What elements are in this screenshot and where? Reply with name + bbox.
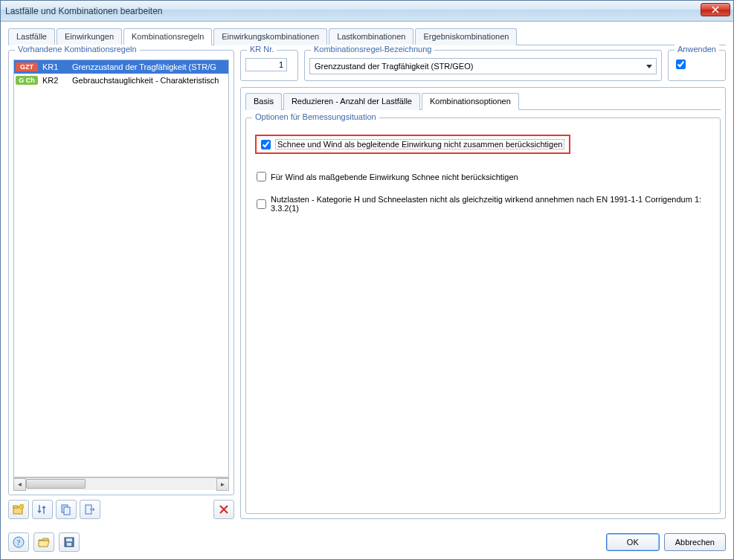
- subtabs: Basis Reduzieren - Anzahl der Lastfälle …: [245, 92, 721, 110]
- scroll-right-arrow[interactable]: ►: [216, 478, 229, 491]
- right-panel: KR Nr. Kombinationsregel-Bezeichnung Gre…: [240, 50, 726, 519]
- rules-list[interactable]: GZT KR1 Grenzzustand der Tragfähigkeit (…: [13, 59, 229, 477]
- options-group: Optionen für Bemessungsituation Schnee u…: [245, 118, 721, 514]
- open-button[interactable]: [33, 532, 54, 552]
- list-row[interactable]: G Ch KR2 Gebrauchstauglichkeit - Charakt…: [14, 74, 228, 87]
- new-folder-icon: [13, 503, 25, 515]
- option3-label: Nutzlasten - Kategorie H und Schneelaste…: [271, 195, 712, 213]
- anwenden-group: Anwenden: [668, 50, 726, 81]
- bottom-bar: ? OK Abbrechen: [1, 527, 733, 559]
- badge-gzt: GZT: [16, 62, 38, 71]
- option2-label: Für Wind als maßgebende Einwirkung Schne…: [271, 173, 518, 181]
- option1-label: Schnee und Wind als begleitende Einwirku…: [275, 139, 564, 149]
- open-folder-icon: [38, 536, 50, 548]
- krbez-combobox[interactable]: Grenzzustand der Tragfähigkeit (STR/GEO): [309, 58, 657, 74]
- close-icon: [712, 6, 719, 13]
- anwenden-label: Anwenden: [675, 45, 719, 54]
- rule-code: KR2: [38, 76, 68, 85]
- sort-icon: [36, 503, 48, 515]
- tab-einwirkungskombinationen[interactable]: Einwirkungskombinationen: [213, 28, 327, 45]
- main-row: Vorhandene Kombinationsregeln GZT KR1 Gr…: [8, 50, 726, 519]
- horizontal-scrollbar[interactable]: ◄ ►: [13, 477, 229, 490]
- delete-button[interactable]: [213, 500, 234, 519]
- export-icon: [84, 503, 96, 515]
- copy-icon: [60, 503, 72, 515]
- top-fields: KR Nr. Kombinationsregel-Bezeichnung Gre…: [240, 50, 726, 81]
- save-disk-icon: [63, 536, 75, 548]
- left-panel: Vorhandene Kombinationsregeln GZT KR1 Gr…: [8, 50, 234, 519]
- subtab-reduzieren[interactable]: Reduzieren - Anzahl der Lastfälle: [283, 93, 420, 110]
- option-snow-wind-accompanying: Schnee und Wind als begleitende Einwirku…: [255, 135, 570, 154]
- subtab-basis[interactable]: Basis: [245, 93, 282, 110]
- help-icon: ?: [13, 536, 25, 548]
- anwenden-checkbox[interactable]: [676, 59, 686, 69]
- krbez-value: Grenzzustand der Tragfähigkeit (STR/GEO): [310, 62, 643, 71]
- option3-checkbox[interactable]: [257, 199, 266, 209]
- delete-x-icon: [219, 504, 229, 515]
- rules-list-label: Vorhandene Kombinationsregeln: [15, 45, 140, 54]
- rule-desc: Grenzzustand der Tragfähigkeit (STR/G: [68, 62, 216, 71]
- list-row[interactable]: GZT KR1 Grenzzustand der Tragfähigkeit (…: [14, 60, 228, 74]
- krnr-label: KR Nr.: [247, 45, 277, 54]
- option-wind-leading-no-snow: Für Wind als maßgebende Einwirkung Schne…: [257, 172, 712, 181]
- new-item-button[interactable]: [8, 500, 29, 519]
- subtab-kombinationsoptionen[interactable]: Kombinationsoptionen: [422, 93, 519, 110]
- content-area: Lastfälle Einwirkungen Kombinationsregel…: [1, 22, 733, 527]
- subtab-container: Basis Reduzieren - Anzahl der Lastfälle …: [240, 87, 726, 519]
- sort-button[interactable]: [32, 500, 53, 519]
- export-button[interactable]: [80, 500, 100, 519]
- scroll-track[interactable]: [26, 478, 216, 491]
- list-toolbar: [8, 500, 234, 519]
- krnr-input[interactable]: [245, 58, 287, 71]
- svg-rect-9: [66, 538, 72, 541]
- krbez-label: Kombinationsregel-Bezeichnung: [311, 45, 434, 54]
- chevron-down-icon[interactable]: [643, 59, 656, 74]
- option-cat-h-snow: Nutzlasten - Kategorie H und Schneelaste…: [257, 195, 712, 213]
- options-group-label: Optionen für Bemessungsituation: [252, 112, 379, 121]
- tab-kombinationsregeln[interactable]: Kombinationsregeln: [123, 28, 212, 45]
- option1-checkbox[interactable]: [261, 140, 271, 149]
- dialog-window: Lastfälle und Kombinationen bearbeiten L…: [0, 0, 734, 560]
- scroll-thumb[interactable]: [26, 479, 86, 489]
- help-button[interactable]: ?: [8, 532, 29, 552]
- rules-list-group: Vorhandene Kombinationsregeln GZT KR1 Gr…: [8, 50, 234, 495]
- tab-lastkombinationen[interactable]: Lastkombinationen: [329, 28, 413, 45]
- ok-button[interactable]: OK: [606, 533, 660, 551]
- svg-rect-4: [64, 507, 70, 515]
- close-button[interactable]: [701, 3, 730, 16]
- svg-text:?: ?: [17, 538, 21, 547]
- titlebar: Lastfälle und Kombinationen bearbeiten: [1, 1, 733, 22]
- krbez-group: Kombinationsregel-Bezeichnung Grenzzusta…: [304, 50, 662, 81]
- save-button[interactable]: [59, 532, 80, 552]
- copy-button[interactable]: [56, 500, 77, 519]
- rule-code: KR1: [38, 62, 68, 71]
- badge-gch: G Ch: [16, 76, 38, 85]
- tab-ergebniskombinationen[interactable]: Ergebniskombinationen: [415, 28, 517, 45]
- cancel-button[interactable]: Abbrechen: [664, 533, 726, 551]
- svg-rect-10: [67, 543, 71, 546]
- window-title: Lastfälle und Kombinationen bearbeiten: [5, 6, 163, 16]
- main-tabstrip: Lastfälle Einwirkungen Kombinationsregel…: [8, 28, 726, 45]
- tab-einwirkungen[interactable]: Einwirkungen: [57, 28, 122, 45]
- option2-checkbox[interactable]: [257, 172, 266, 181]
- rule-desc: Gebrauchstauglichkeit - Charakteristisch: [68, 76, 219, 85]
- scroll-left-arrow[interactable]: ◄: [13, 478, 26, 491]
- krnr-group: KR Nr.: [240, 50, 298, 81]
- tab-lastfaelle[interactable]: Lastfälle: [8, 28, 55, 45]
- svg-rect-1: [13, 506, 18, 508]
